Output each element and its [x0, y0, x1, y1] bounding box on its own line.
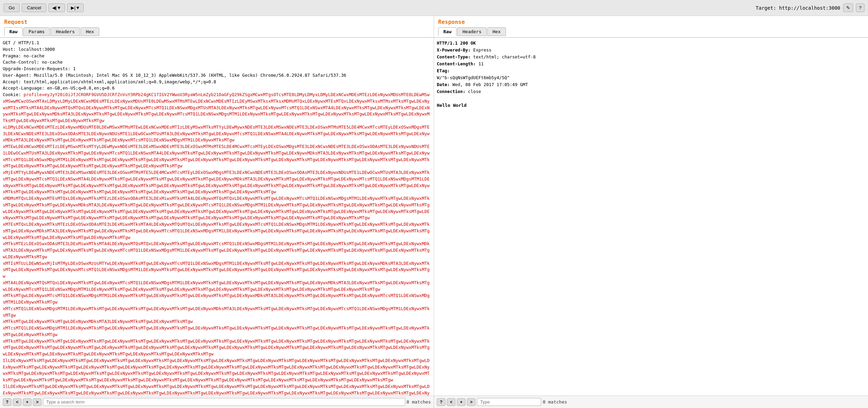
back-button[interactable]: ◀|▼	[48, 3, 65, 12]
tab-params-request[interactable]: Params	[23, 27, 50, 36]
response-search-bar: ? < + > 0 matches	[434, 396, 868, 408]
response-search-input[interactable]	[477, 398, 541, 406]
tab-raw-request[interactable]: Raw	[4, 27, 22, 36]
tab-hex-request[interactable]: Hex	[81, 27, 99, 36]
request-panel: Request Raw Params Headers Hex GET / HTT…	[0, 16, 434, 408]
request-prev-button[interactable]: <	[13, 398, 21, 406]
hello-world-text: Hello World	[437, 103, 467, 108]
request-search-bar: ? < + > 0 matches	[0, 396, 434, 408]
response-next-button[interactable]: >	[467, 398, 475, 406]
cookie-value: profile=eyJyY20iOiJfJCRORF9GVU5DJCRfZnVu…	[3, 92, 430, 396]
request-title: Request	[4, 19, 430, 25]
request-next-button[interactable]: >	[33, 398, 41, 406]
response-help-button[interactable]: ?	[437, 398, 445, 406]
response-title: Response	[438, 19, 864, 25]
tab-headers-response[interactable]: Headers	[457, 27, 487, 36]
target-label: Target: http://localhost:3000	[756, 5, 840, 11]
request-header: Request Raw Params Headers Hex	[0, 16, 434, 37]
toolbar-left: Go Cancel ◀|▼ ▶|▼	[3, 3, 84, 12]
forward-button[interactable]: ▶|▼	[67, 3, 84, 12]
response-content[interactable]: HTTP/1.1 200 OK X-Powered-By: Express Co…	[434, 37, 868, 396]
tab-hex-response[interactable]: Hex	[487, 27, 506, 36]
request-add-button[interactable]: +	[23, 398, 31, 406]
response-header: Response Raw Headers Hex	[434, 16, 868, 37]
request-matches: 0 matches	[407, 399, 431, 405]
request-search-input[interactable]	[43, 398, 405, 406]
request-text-plain: GET / HTTP/1.1 Host: localhost:3000 Prag…	[3, 40, 431, 396]
toolbar: Go Cancel ◀|▼ ▶|▼ Target: http://localho…	[0, 0, 868, 16]
go-button[interactable]: Go	[3, 3, 20, 12]
main-content: Request Raw Params Headers Hex GET / HTT…	[0, 16, 868, 408]
cancel-button[interactable]: Cancel	[22, 3, 46, 12]
response-panel: Response Raw Headers Hex HTTP/1.1 200 OK…	[434, 16, 868, 408]
request-content[interactable]: GET / HTTP/1.1 Host: localhost:3000 Prag…	[0, 37, 434, 396]
toolbar-right: Target: http://localhost:3000 ✎ ?	[756, 3, 865, 12]
response-matches: 0 matches	[543, 399, 567, 405]
tab-headers-request[interactable]: Headers	[50, 27, 80, 36]
tab-raw-response[interactable]: Raw	[438, 27, 456, 36]
request-tabs: Raw Params Headers Hex	[4, 27, 430, 36]
response-tabs: Raw Headers Hex	[438, 27, 864, 36]
request-help-button[interactable]: ?	[3, 398, 11, 406]
response-text: HTTP/1.1 200 OK X-Powered-By: Express Co…	[437, 40, 865, 109]
edit-button[interactable]: ✎	[843, 3, 853, 12]
response-add-button[interactable]: +	[457, 398, 465, 406]
help-button[interactable]: ?	[856, 3, 865, 12]
response-prev-button[interactable]: <	[447, 398, 455, 406]
